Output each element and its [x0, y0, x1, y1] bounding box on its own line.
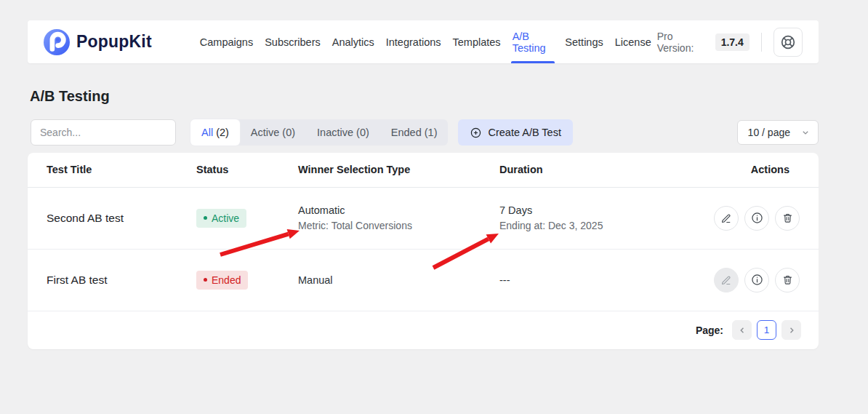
status-dot-icon: [204, 216, 207, 220]
status-text: Ended: [212, 274, 241, 286]
chevron-down-icon: [800, 127, 811, 138]
table-row: First AB test Ended Manual ---: [28, 250, 819, 311]
table-header-row: Test TitleStatusWinner Selection TypeDur…: [28, 153, 819, 188]
status-badge: Ended: [196, 271, 248, 290]
test-title: First AB test: [47, 274, 196, 287]
edit-pencil-icon: [720, 274, 733, 287]
status-text: Active: [212, 212, 239, 224]
column-header-duration: Duration: [499, 164, 691, 175]
column-header-test-title: Test Title: [47, 164, 196, 175]
nav-item-subscribers[interactable]: Subscribers: [259, 20, 326, 63]
page-title: A/B Testing: [30, 88, 110, 105]
nav-item-analytics[interactable]: Analytics: [326, 20, 380, 63]
chevron-right-icon: [787, 325, 797, 335]
table-footer: Page: 1: [28, 311, 819, 349]
divider: [761, 33, 762, 52]
info-icon: [750, 211, 764, 225]
main-nav: CampaignsSubscribersAnalyticsIntegration…: [194, 20, 657, 63]
nav-item-campaigns[interactable]: Campaigns: [194, 20, 259, 63]
filter-count: (0): [356, 127, 369, 138]
duration-ending: Ending at: Dec 3, 2025: [499, 220, 691, 231]
edit-button: [714, 268, 739, 292]
filter-label: All: [201, 127, 213, 138]
info-button[interactable]: [744, 206, 769, 231]
popupkit-logo-icon: [44, 29, 70, 55]
filter-count: (2): [216, 127, 229, 138]
page-size-select[interactable]: 10 / page: [737, 120, 819, 145]
create-ab-test-label: Create A/B Test: [488, 127, 560, 138]
edit-pencil-icon: [720, 212, 733, 225]
next-page-button[interactable]: [781, 320, 801, 340]
filter-count: (0): [282, 127, 295, 138]
column-header-actions: Actions: [691, 164, 800, 175]
brand-name: PopupKit: [76, 32, 152, 52]
nav-item-settings[interactable]: Settings: [559, 20, 608, 63]
status-dot-icon: [204, 278, 207, 282]
test-title: Second AB test: [47, 212, 196, 225]
duration: ---: [499, 274, 691, 286]
status-badge: Active: [196, 209, 246, 228]
page-number-button[interactable]: 1: [757, 320, 776, 340]
search-input[interactable]: [31, 119, 176, 146]
filter-count: (1): [425, 127, 438, 138]
page-size-value: 10 / page: [748, 127, 790, 138]
column-header-status: Status: [196, 164, 298, 175]
filter-label: Active: [251, 127, 280, 138]
create-ab-test-button[interactable]: Create A/B Test: [458, 119, 572, 146]
winner-type: Manual: [298, 274, 499, 286]
edit-button[interactable]: [714, 206, 739, 231]
info-button[interactable]: [744, 268, 769, 292]
winner-type: Automatic: [298, 204, 499, 216]
chevron-left-icon: [737, 325, 747, 335]
delete-button[interactable]: [775, 268, 800, 292]
duration: 7 Days: [499, 204, 691, 216]
page-label: Page:: [696, 325, 723, 336]
lifebuoy-icon: [779, 33, 797, 51]
pro-version-badge: 1.7.4: [715, 33, 750, 51]
filter-tab-ended[interactable]: Ended(1): [380, 119, 449, 146]
delete-button[interactable]: [775, 206, 800, 231]
column-header-winner-selection-type: Winner Selection Type: [298, 164, 499, 175]
brand-logo[interactable]: PopupKit: [44, 29, 152, 55]
plus-circle-icon: [470, 127, 482, 139]
nav-item-a-b-testing[interactable]: A/B Testing: [507, 20, 560, 63]
trash-icon: [781, 212, 794, 224]
pro-version-label: Pro Version:: [657, 31, 710, 54]
support-button[interactable]: [773, 28, 803, 57]
nav-item-integrations[interactable]: Integrations: [380, 20, 447, 63]
top-navbar: PopupKit CampaignsSubscribersAnalyticsIn…: [28, 20, 819, 63]
info-icon: [750, 273, 764, 287]
filter-tab-inactive[interactable]: Inactive(0): [306, 119, 380, 146]
filter-tab-active[interactable]: Active(0): [240, 119, 306, 146]
winner-metric: Metric: Total Conversions: [298, 220, 499, 231]
toolbar: All(2)Active(0)Inactive(0)Ended(1) Creat…: [28, 119, 819, 146]
filter-tabs: All(2)Active(0)Inactive(0)Ended(1): [190, 119, 448, 146]
trash-icon: [781, 274, 794, 286]
table-row: Second AB test Active Automatic Metric: …: [28, 188, 819, 250]
nav-item-templates[interactable]: Templates: [447, 20, 507, 63]
filter-label: Inactive: [317, 127, 353, 138]
ab-tests-table: Test TitleStatusWinner Selection TypeDur…: [28, 153, 819, 349]
nav-item-license[interactable]: License: [609, 20, 657, 63]
filter-tab-all[interactable]: All(2): [190, 119, 240, 146]
prev-page-button[interactable]: [732, 320, 752, 340]
filter-label: Ended: [391, 127, 422, 138]
